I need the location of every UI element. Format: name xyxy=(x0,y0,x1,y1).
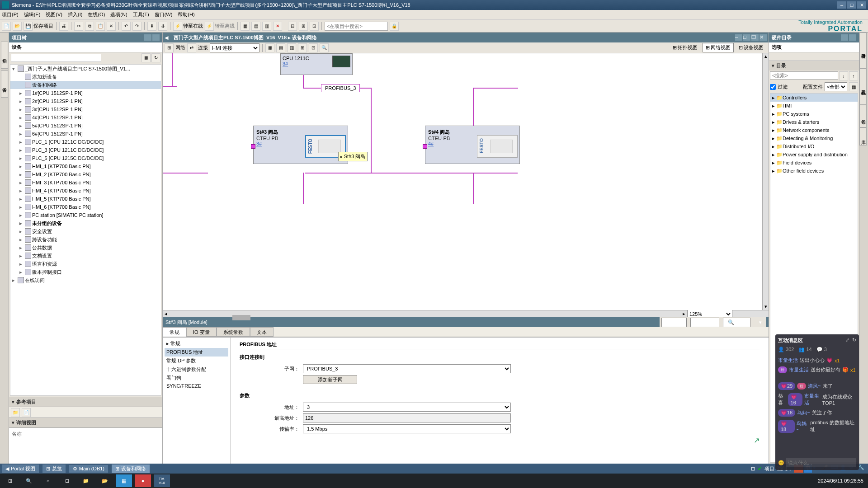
tree-item[interactable]: ▸4#[CPU 1512SP-1 PN] xyxy=(10,113,161,122)
tab-text[interactable]: 文本 xyxy=(250,327,274,337)
device-link[interactable]: 4# xyxy=(428,141,434,146)
expand-icon[interactable]: ⤢ xyxy=(845,337,849,343)
side-tab-tasks[interactable]: 任务 xyxy=(859,105,867,127)
tab-diagnostics[interactable]: 🔍 诊断 xyxy=(723,318,750,327)
network-view-button[interactable]: ⊞网络视图 xyxy=(703,43,734,52)
tia-portal-icon[interactable]: TIA V18 xyxy=(154,474,170,487)
dir-header[interactable]: ▾目录 xyxy=(769,61,859,70)
side-tab-online[interactable]: 在线工具 xyxy=(859,69,867,105)
tool-icon[interactable]: ▥ xyxy=(287,43,296,52)
app-icon[interactable]: ▦ xyxy=(116,474,132,487)
inspector-collapse-icon[interactable]: ▾ xyxy=(757,319,764,325)
tree-item[interactable]: ▸HMI_2 [KTP700 Basic PN] xyxy=(10,170,161,178)
tree-item[interactable]: ▸语言和资源 xyxy=(10,260,161,268)
v-scrollbar[interactable]: ▴ ▾ xyxy=(762,53,769,310)
nav-hex-params[interactable]: 十六进制参数分配 xyxy=(165,365,228,374)
network-icon[interactable]: ⊞ xyxy=(165,43,174,52)
nav-watchdog[interactable]: 看门狗 xyxy=(165,374,228,382)
tree-item[interactable]: ▸HMI_3 [KTP700 Basic PN] xyxy=(10,178,161,187)
tree-item[interactable]: ▸3#[CPU 1512SP-1 PN] xyxy=(10,105,161,113)
cat-field[interactable]: ▸ 📁 Field devices xyxy=(770,159,858,167)
tree-item[interactable]: ▸公共数据 xyxy=(10,244,161,252)
tree-item[interactable]: ▸6#[CPU 1512SP-1 PN] xyxy=(10,130,161,138)
emoji-icon[interactable]: 😊 xyxy=(778,460,784,466)
side-tab-lib[interactable]: 库 xyxy=(859,127,867,145)
cat-hmi[interactable]: ▸ 📁 HMI xyxy=(770,102,858,110)
tab-info[interactable]: ℹ 信息 ⚠ xyxy=(690,318,719,327)
overview-tab[interactable]: ⊞ 总览 xyxy=(42,465,66,473)
device-view-button[interactable]: ⊡设备视图 xyxy=(736,43,767,52)
tree-item-devices-networks[interactable]: 设备和网络 xyxy=(10,81,161,89)
tool-icon[interactable]: ▦ xyxy=(265,43,274,52)
tree-item[interactable]: ▸HMI_6 [KTP700 Basic PN] xyxy=(10,203,161,211)
pin-icon[interactable] xyxy=(152,34,160,41)
tree-item[interactable]: ▸未分组的设备 xyxy=(10,219,161,227)
stop-icon[interactable]: ✕ xyxy=(273,22,282,31)
compile-icon[interactable]: ⬇ xyxy=(147,22,156,31)
search-down-icon[interactable]: ↓ xyxy=(839,71,848,80)
tree-item[interactable]: ▸5#[CPU 1512SP-1 PN] xyxy=(10,122,161,130)
connection-icon[interactable]: ⇄ xyxy=(187,43,196,52)
max-address-input[interactable] xyxy=(303,413,511,422)
taskview-icon[interactable]: ⊡ xyxy=(59,474,75,487)
open-project-icon[interactable]: 📂 xyxy=(13,22,22,31)
menu-tools[interactable]: 工具(T) xyxy=(133,11,149,18)
close-button[interactable]: ✕ xyxy=(857,1,866,9)
download-icon[interactable]: ⇊ xyxy=(158,22,167,31)
tool-icon[interactable]: ▦ xyxy=(241,22,250,31)
go-offline-button[interactable]: ⚡转至离线 xyxy=(205,22,235,31)
app-icon[interactable]: ● xyxy=(135,474,151,487)
cat-pc[interactable]: ▸ 📁 PC systems xyxy=(770,110,858,118)
folder-icon[interactable]: 📂 xyxy=(97,474,113,487)
tree-item[interactable]: ▸在线访问 xyxy=(10,276,161,284)
project-search-input[interactable] xyxy=(325,22,388,31)
nav-general[interactable]: ▸ 常规 xyxy=(165,339,228,348)
connection-button[interactable]: 连接 xyxy=(198,44,208,51)
cat-other[interactable]: ▸ 📁 Other field devices xyxy=(770,167,858,175)
cat-detecting[interactable]: ▸ 📁 Detecting & Monitoring xyxy=(770,134,858,142)
close-editor-icon[interactable]: ✕ xyxy=(760,34,767,41)
menu-options[interactable]: 选项(N) xyxy=(110,11,127,18)
subnet-select[interactable]: PROFIBUS_3 xyxy=(303,364,511,373)
undo-icon[interactable]: ↶ xyxy=(122,22,131,31)
tree-item[interactable]: 添加新设备 xyxy=(10,73,161,81)
cat-network[interactable]: ▸ 📁 Network components xyxy=(770,126,858,134)
refresh-icon[interactable]: ↻ xyxy=(852,337,856,343)
tree-item[interactable]: ▸版本控制接口 xyxy=(10,268,161,276)
tree-item[interactable]: ▸跨设备功能 xyxy=(10,235,161,244)
tree-item[interactable]: ▸1#[CPU 1512SP-1 PN] xyxy=(10,89,161,97)
ref-icon[interactable]: 📄 xyxy=(22,408,31,417)
split-icon[interactable]: ⊡ xyxy=(310,22,319,31)
tab-properties[interactable]: ✎ 属性 xyxy=(661,318,687,327)
device-link[interactable]: 3# xyxy=(256,141,262,146)
go-online-button[interactable]: ⚡转至在线 xyxy=(173,22,203,31)
device-st4[interactable]: St#4 阀岛 CTEU-PB 4# FESTO xyxy=(425,126,520,164)
profibus-port[interactable] xyxy=(251,144,255,149)
search-lock-icon[interactable]: 🔒 xyxy=(390,22,399,31)
search-icon[interactable]: 🔍 xyxy=(21,474,37,487)
nav-profibus-addr[interactable]: PROFIBUS 地址 xyxy=(165,348,228,357)
catalog-search-input[interactable] xyxy=(770,71,838,80)
tree-body[interactable]: ▾_西门子大型产线项目主PLC S7-1500博图_V1... 添加新设备 设备… xyxy=(10,64,161,396)
zoom-icon[interactable]: 🔍 xyxy=(320,43,329,52)
network-button[interactable]: 网络 xyxy=(175,44,185,51)
network-canvas[interactable]: CPU 1211C 3# PROFIBUS_ xyxy=(163,53,769,310)
paste-icon[interactable]: 📋 xyxy=(96,22,105,31)
cut-icon[interactable]: ✂ xyxy=(74,22,83,31)
copy-icon[interactable]: ⧉ xyxy=(85,22,94,31)
collapse-icon[interactable] xyxy=(144,34,151,41)
minimize-editor-icon[interactable]: – xyxy=(735,34,742,41)
split-icon[interactable]: ⊟ xyxy=(288,22,297,31)
start-button[interactable]: ⊞ xyxy=(2,474,18,487)
tab-io[interactable]: IO 变量 xyxy=(186,327,217,337)
back-icon[interactable]: ◀ xyxy=(165,35,168,41)
collapse-icon[interactable] xyxy=(841,34,848,41)
tree-item[interactable]: ▸HMI_1 [KTP700 Basic PN] xyxy=(10,162,161,170)
menu-project[interactable]: 项目(P) xyxy=(2,11,19,18)
detail-view-header[interactable]: ▾详细视图 xyxy=(9,418,162,427)
chat-input[interactable] xyxy=(786,458,856,467)
tool-icon[interactable]: ⊡ xyxy=(309,43,318,52)
tool-icon[interactable]: ▤ xyxy=(276,43,285,52)
main-ob1-tab[interactable]: ⚙ Main (OB1) xyxy=(69,465,108,473)
pin-icon[interactable] xyxy=(849,34,856,41)
